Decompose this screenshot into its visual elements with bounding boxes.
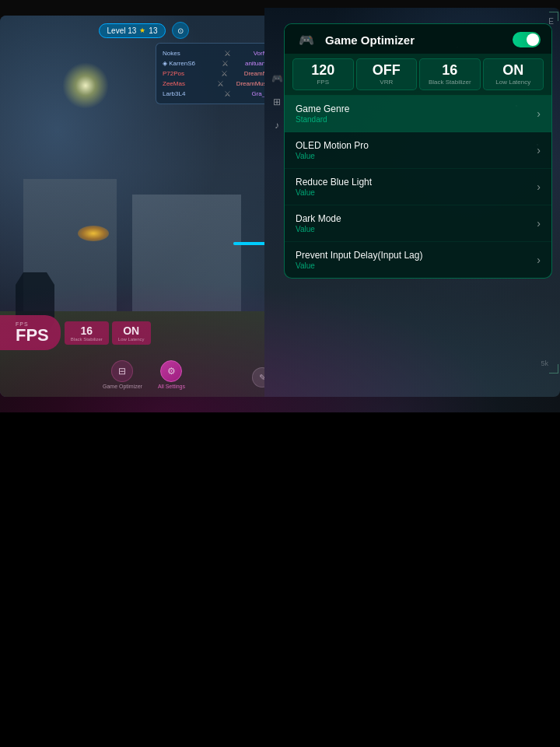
black-stab-stat-label: Black Stabilizer bbox=[429, 79, 471, 86]
menu-item-oled-motion-content: OLED Motion Pro Value bbox=[296, 140, 369, 160]
latency-stat-label: Low Latency bbox=[495, 79, 530, 86]
panel-header-left: 🎮 Game Optimizer bbox=[296, 32, 415, 47]
game-optimizer-panel: 🎮 Game Optimizer 120 FPS OFF VRR bbox=[284, 23, 552, 279]
chevron-right-icon: › bbox=[537, 217, 541, 230]
side-icon-display[interactable]: ⊞ bbox=[268, 93, 285, 110]
menu-item-dark-mode-title: Dark Mode bbox=[296, 213, 341, 224]
chevron-right-icon: › bbox=[537, 107, 541, 120]
chevron-right-icon: › bbox=[537, 181, 541, 193]
menu-item-reduce-blue-light-title: Reduce Blue Light bbox=[296, 177, 372, 188]
hud-top-bar: Level 13 ★ 13 ⊙ bbox=[0, 22, 288, 39]
flashlight-effect bbox=[62, 62, 109, 109]
weapon-icon: ⚔ bbox=[224, 89, 231, 98]
black-stab-stat-item: 16 Black Stabilizer bbox=[419, 58, 481, 90]
vrr-stat-item: OFF VRR bbox=[356, 58, 418, 90]
gamepad-icon: 🎮 bbox=[296, 32, 317, 47]
weapon-icon: ⚔ bbox=[222, 59, 229, 68]
bottom-glow bbox=[0, 257, 560, 412]
weapon-icon: ⚔ bbox=[221, 69, 228, 78]
black-stab-stat-value: 16 bbox=[442, 63, 457, 77]
player-name-enemy: P72Pos bbox=[163, 70, 205, 77]
side-icons: 🎮 ⊞ ♪ bbox=[268, 70, 285, 134]
bottom-black-area bbox=[0, 412, 560, 747]
vrr-stat-value: OFF bbox=[373, 63, 401, 77]
score-row: Nokes ⚔ VorMat bbox=[163, 49, 273, 58]
fps-stat-value: 120 bbox=[311, 63, 334, 77]
scoreboard: Nokes ⚔ VorMat ◈ KarrenS6 ⚔ anituanS2 P7… bbox=[156, 43, 280, 104]
player-name: Larb3L4 bbox=[163, 90, 205, 97]
player-name-enemy: ZeeMas bbox=[163, 80, 205, 87]
weapon-icon: ⚔ bbox=[217, 79, 224, 88]
level-text: Level 13 bbox=[107, 26, 137, 35]
weapon-icon: ⚔ bbox=[224, 49, 231, 58]
menu-item-oled-motion-title: OLED Motion Pro bbox=[296, 140, 369, 151]
fps-stat-item: 120 FPS bbox=[292, 58, 354, 90]
head-icon: ⊙ bbox=[172, 22, 189, 39]
latency-stat-value: ON bbox=[502, 63, 523, 77]
menu-item-reduce-blue-light-content: Reduce Blue Light Value bbox=[296, 177, 372, 197]
player-name: Nokes bbox=[163, 50, 205, 57]
player-name: ◈ KarrenS6 bbox=[163, 60, 205, 67]
score-display: 13 bbox=[149, 26, 157, 35]
muzzle-flash bbox=[78, 226, 109, 241]
score-row: ◈ KarrenS6 ⚔ anituanS2 bbox=[163, 59, 273, 68]
menu-item-dark-mode[interactable]: Dark Mode Value › bbox=[285, 205, 551, 242]
score-row: P72Pos ⚔ DreamNSt bbox=[163, 69, 273, 78]
toggle-switch[interactable] bbox=[513, 32, 541, 47]
slider-fill bbox=[233, 242, 266, 245]
menu-item-game-genre-content: Game Genre Standard bbox=[296, 103, 349, 124]
star-icon: ★ bbox=[139, 26, 145, 34]
menu-item-reduce-blue-light[interactable]: Reduce Blue Light Value › bbox=[285, 169, 551, 205]
vrr-stat-label: VRR bbox=[380, 79, 393, 86]
side-icon-gamepad[interactable]: 🎮 bbox=[268, 70, 285, 87]
menu-item-game-genre[interactable]: Game Genre Standard › bbox=[285, 96, 551, 132]
menu-item-oled-motion-value: Value bbox=[296, 152, 369, 160]
menu-item-game-genre-value: Standard bbox=[296, 115, 349, 124]
menu-item-game-genre-title: Game Genre bbox=[296, 103, 349, 114]
chevron-right-icon: › bbox=[537, 144, 541, 156]
optimizer-stats-bar: 120 FPS OFF VRR 16 Black Stabilizer ON L… bbox=[285, 54, 551, 96]
level-badge: Level 13 ★ 13 bbox=[99, 23, 166, 38]
fps-stat-label: FPS bbox=[317, 79, 329, 86]
menu-item-dark-mode-value: Value bbox=[296, 225, 341, 233]
panel-title: Game Optimizer bbox=[325, 33, 415, 47]
menu-item-dark-mode-content: Dark Mode Value bbox=[296, 213, 341, 233]
toggle-knob bbox=[527, 33, 539, 46]
score-row: Larb3L4 ⚔ Gra_YL bbox=[163, 89, 273, 98]
main-screens: Level 13 ★ 13 ⊙ Nokes ⚔ VorMat ◈ KarrenS… bbox=[0, 0, 560, 412]
score-row: ZeeMas ⚔ DreamMus ▶ bbox=[163, 79, 273, 88]
menu-item-reduce-blue-light-value: Value bbox=[296, 188, 372, 197]
side-icon-speaker[interactable]: ♪ bbox=[268, 117, 285, 134]
menu-item-oled-motion[interactable]: OLED Motion Pro Value › bbox=[285, 132, 551, 169]
latency-stat-item: ON Low Latency bbox=[483, 58, 544, 90]
panel-header: 🎮 Game Optimizer bbox=[285, 24, 551, 54]
